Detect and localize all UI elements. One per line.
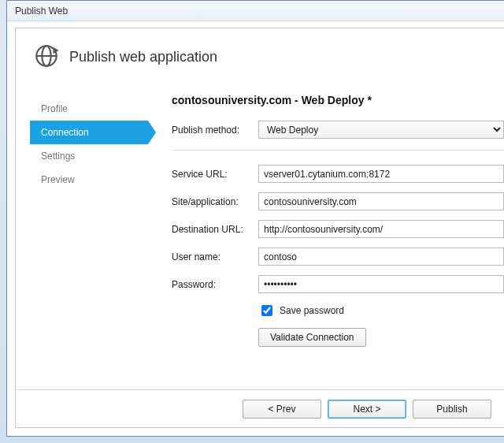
destination-url-label: Destination URL: bbox=[172, 224, 258, 235]
next-button[interactable]: Next > bbox=[328, 400, 406, 419]
dialog-footer: < Prev Next > Publish bbox=[16, 389, 504, 427]
username-input[interactable] bbox=[258, 248, 504, 266]
profile-name-title: contosouniversity.com - Web Deploy * bbox=[172, 94, 504, 106]
save-password-checkbox[interactable] bbox=[261, 305, 272, 316]
save-password-label: Save password bbox=[280, 305, 344, 316]
divider bbox=[172, 150, 504, 151]
dialog-header: Publish web application bbox=[16, 28, 504, 83]
sidebar-item-connection[interactable]: Connection bbox=[30, 121, 148, 144]
password-input[interactable] bbox=[258, 275, 504, 293]
publish-method-label: Publish method: bbox=[172, 125, 258, 136]
publish-web-window: Publish Web Publish web application Prof… bbox=[6, 0, 504, 437]
username-label: User name: bbox=[172, 251, 258, 262]
publish-button[interactable]: Publish bbox=[413, 400, 491, 419]
publish-method-select[interactable]: Web Deploy bbox=[258, 121, 504, 139]
wizard-sidebar: Profile Connection Settings Preview bbox=[30, 83, 148, 356]
wizard-main: contosouniversity.com - Web Deploy * Pub… bbox=[148, 83, 504, 356]
sidebar-item-preview[interactable]: Preview bbox=[30, 168, 148, 192]
service-url-input[interactable] bbox=[258, 165, 504, 183]
site-application-input[interactable] bbox=[258, 192, 504, 210]
dialog-body: Profile Connection Settings Preview cont… bbox=[16, 83, 504, 356]
globe-publish-icon bbox=[33, 43, 60, 72]
password-label: Password: bbox=[172, 279, 258, 290]
dialog-title: Publish web application bbox=[69, 49, 217, 65]
dialog-content: Publish web application Profile Connecti… bbox=[15, 28, 504, 428]
window-title: Publish Web bbox=[7, 1, 504, 21]
sidebar-item-settings[interactable]: Settings bbox=[30, 144, 148, 168]
sidebar-item-profile[interactable]: Profile bbox=[30, 97, 148, 121]
destination-url-input[interactable] bbox=[258, 220, 504, 238]
service-url-label: Service URL: bbox=[172, 169, 258, 180]
validate-connection-button[interactable]: Validate Connection bbox=[258, 328, 366, 347]
site-application-label: Site/application: bbox=[172, 196, 258, 207]
prev-button[interactable]: < Prev bbox=[243, 400, 321, 419]
